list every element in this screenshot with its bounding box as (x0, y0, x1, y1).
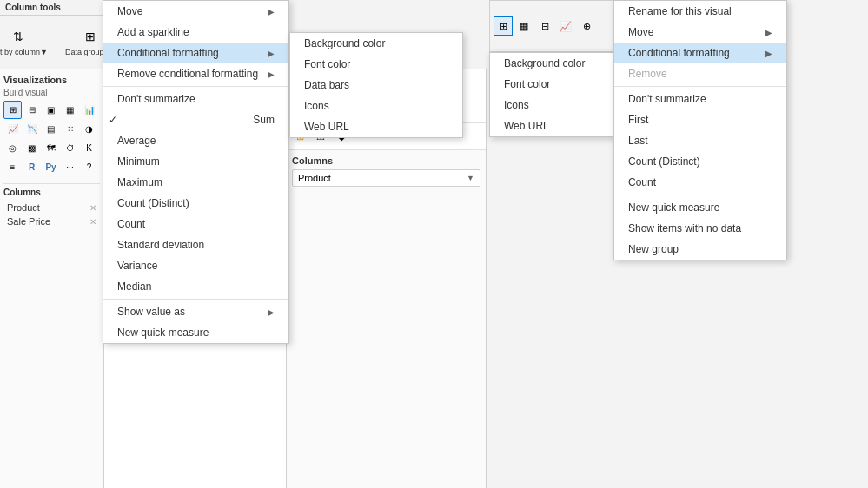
viz-card-icon[interactable]: ▣ (42, 101, 60, 119)
submenu-arrow-cond: ▶ (268, 49, 275, 58)
right-columns-area: Columns Product ▼ (287, 150, 486, 195)
right-main-context-menu: Rename for this visual Move ▶ Conditiona… (613, 0, 787, 260)
main-context-menu: Move ▶ Add a sparkline Conditional forma… (103, 0, 289, 344)
right-menu-show-no-data[interactable]: Show items with no data (614, 218, 786, 239)
viz-table-icon[interactable]: ⊞ (3, 101, 22, 119)
menu-item-dont-summarize[interactable]: Don't summarize (103, 89, 288, 109)
viz-area-icon[interactable]: 📉 (23, 120, 41, 138)
product-field-item[interactable]: Product ✕ (3, 201, 100, 214)
viz-r-icon[interactable]: R (23, 158, 41, 176)
right-top-icons-strip: ⊞ ▦ ⊟ 📈 ⊕ (489, 0, 615, 52)
right-product-field[interactable]: Product ▼ (292, 169, 480, 187)
viz-qanda-icon[interactable]: ? (80, 158, 98, 176)
sort-by-column-button[interactable]: ⇅ Sort by column▼ (0, 23, 51, 61)
viz-stack-icon[interactable]: ▤ (42, 120, 60, 138)
sale-price-field-item[interactable]: Sale Price ✕ (3, 214, 100, 228)
column-tools-bar: Column tools (0, 0, 104, 16)
right-menu-new-group[interactable]: New group (614, 239, 786, 260)
strip-bar2-icon[interactable]: ▦ (514, 16, 533, 36)
strip-line2-icon[interactable]: 📈 (556, 16, 575, 36)
viz-bar-icon[interactable]: ▦ (61, 101, 79, 119)
sale-price-field-x[interactable]: ✕ (89, 217, 96, 227)
cond-fmt-font[interactable]: Font color (290, 54, 462, 75)
right-menu-count[interactable]: Count (614, 172, 786, 193)
submenu-arrow-show: ▶ (268, 307, 275, 317)
menu-item-median[interactable]: Median (103, 276, 288, 297)
menu-item-minimum[interactable]: Minimum (103, 151, 288, 172)
viz-slicer-icon[interactable]: ≡ (3, 158, 22, 176)
menu-item-cond-fmt[interactable]: Conditional formatting ▶ (103, 43, 288, 63)
strip-table-icon[interactable]: ⊞ (494, 16, 513, 36)
right-menu-new-quick[interactable]: New quick measure (614, 197, 786, 218)
right-menu-dont-summarize[interactable]: Don't summarize (614, 89, 786, 109)
menu-item-sparkline[interactable]: Add a sparkline (103, 22, 288, 43)
strip-col2-icon[interactable]: ⊟ (535, 16, 554, 36)
menu-item-variance[interactable]: Variance (103, 255, 288, 276)
submenu-arrow-move: ▶ (268, 7, 275, 16)
submenu-arrow-cond2: ▶ (765, 49, 772, 58)
viz-pie-icon[interactable]: ◑ (80, 120, 98, 138)
sort-icon: ⇅ (9, 27, 28, 46)
cond-fmt-submenu: Background color Font color Data bars Ic… (289, 32, 463, 138)
viz-py-icon[interactable]: Py (42, 158, 60, 176)
right-menu-move[interactable]: Move ▶ (614, 22, 786, 43)
viz-col-chart-icon[interactable]: 📊 (80, 101, 98, 119)
menu-item-sum[interactable]: Sum (103, 109, 288, 130)
viz-scatter-icon[interactable]: ⁙ (61, 120, 79, 138)
menu-item-remove-cond[interactable]: Remove conditional formatting ▶ (103, 63, 288, 84)
columns-section: Columns Product ✕ Sale Price ✕ (3, 183, 100, 228)
viz-line-icon[interactable]: 📈 (3, 120, 22, 138)
columns-section-title: Columns (3, 183, 100, 197)
submenu-arrow-remove: ▶ (268, 69, 275, 79)
right-menu-last[interactable]: Last (614, 130, 786, 151)
viz-dots-icon[interactable]: ··· (61, 158, 79, 176)
menu-item-maximum[interactable]: Maximum (103, 172, 288, 193)
viz-gauge-icon[interactable]: ⏱ (61, 139, 79, 157)
visualizations-title: Visualizations (3, 75, 100, 85)
cond-fmt-weburl[interactable]: Web URL (290, 116, 462, 137)
groups-icon: ⊞ (81, 27, 100, 46)
right-menu-count-distinct[interactable]: Count (Distinct) (614, 151, 786, 172)
menu-item-count-distinct[interactable]: Count (Distinct) (103, 193, 288, 214)
viz-matrix-icon[interactable]: ⊟ (23, 101, 41, 119)
viz-kpi-icon[interactable]: K (80, 139, 98, 157)
right-menu-first[interactable]: First (614, 109, 786, 130)
cond-fmt-icons[interactable]: Icons (290, 96, 462, 116)
menu-item-new-quick[interactable]: New quick measure (103, 322, 288, 343)
column-tools-label: Column tools (5, 3, 61, 12)
viz-map-icon[interactable]: 🗺 (42, 139, 60, 157)
menu-item-average[interactable]: Average (103, 130, 288, 151)
sort-groups-toolbar: ⇅ Sort by column▼ ⊞ Data groups▼ (0, 16, 104, 69)
right-menu-rename[interactable]: Rename for this visual (614, 1, 786, 22)
build-visual-label: Build visual (3, 88, 100, 97)
menu-item-stddev[interactable]: Standard deviation (103, 234, 288, 255)
viz-tree-icon[interactable]: ▩ (23, 139, 41, 157)
right-columns-title: Columns (292, 155, 480, 166)
menu-item-move[interactable]: Move ▶ (103, 1, 288, 22)
visualizations-panel: Visualizations Build visual ⊞ ⊟ ▣ ▦ 📊 📈 … (0, 69, 104, 488)
viz-donut-icon[interactable]: ◎ (3, 139, 22, 157)
cond-fmt-databars[interactable]: Data bars (290, 75, 462, 96)
sort-label: Sort by column▼ (0, 48, 48, 57)
product-dropdown-arrow: ▼ (467, 174, 474, 182)
product-field-x[interactable]: ✕ (89, 203, 96, 213)
right-menu-cond-fmt[interactable]: Conditional formatting ▶ (614, 43, 786, 63)
strip-map2-icon[interactable]: ⊕ (577, 16, 596, 36)
submenu-arrow-move2: ▶ (765, 28, 772, 37)
cond-fmt-bg[interactable]: Background color (290, 33, 462, 54)
menu-item-count[interactable]: Count (103, 214, 288, 234)
menu-item-show-value[interactable]: Show value as ▶ (103, 301, 288, 322)
right-menu-remove[interactable]: Remove (614, 63, 786, 84)
